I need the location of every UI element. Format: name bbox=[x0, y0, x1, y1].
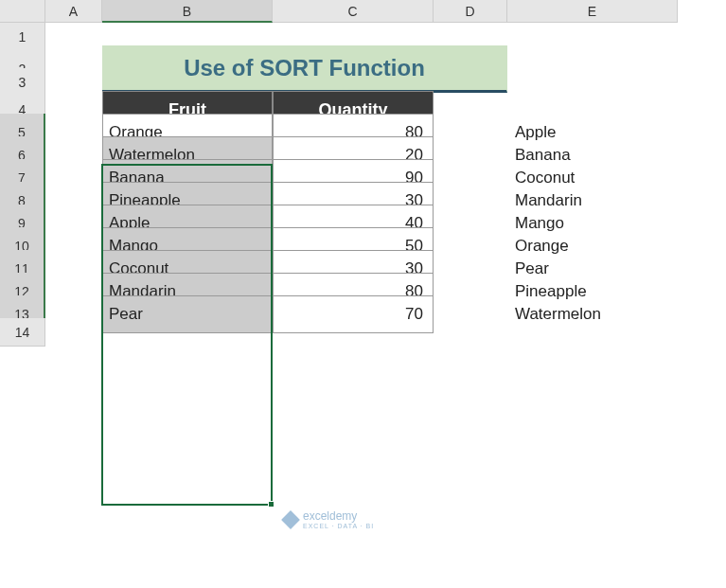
col-header-E[interactable]: E bbox=[507, 0, 678, 23]
logo-icon bbox=[281, 510, 300, 529]
col-header-A[interactable]: A bbox=[45, 0, 102, 23]
col-header-D[interactable]: D bbox=[434, 0, 507, 23]
watermark: exceldemy EXCEL · DATA · BI bbox=[284, 509, 374, 529]
watermark-tagline: EXCEL · DATA · BI bbox=[303, 523, 374, 529]
cell-A14[interactable] bbox=[45, 318, 102, 347]
watermark-brand: exceldemy bbox=[303, 509, 357, 523]
select-all-corner[interactable] bbox=[0, 0, 45, 23]
col-header-B[interactable]: B bbox=[102, 0, 273, 23]
col-header-C[interactable]: C bbox=[273, 0, 434, 23]
cell-C14[interactable] bbox=[273, 318, 434, 347]
cell-B14[interactable] bbox=[102, 318, 273, 347]
fill-handle[interactable] bbox=[268, 501, 274, 508]
row-header-14[interactable]: 14 bbox=[0, 318, 45, 347]
cell-E14[interactable] bbox=[507, 318, 678, 347]
cell-D14[interactable] bbox=[434, 318, 507, 347]
